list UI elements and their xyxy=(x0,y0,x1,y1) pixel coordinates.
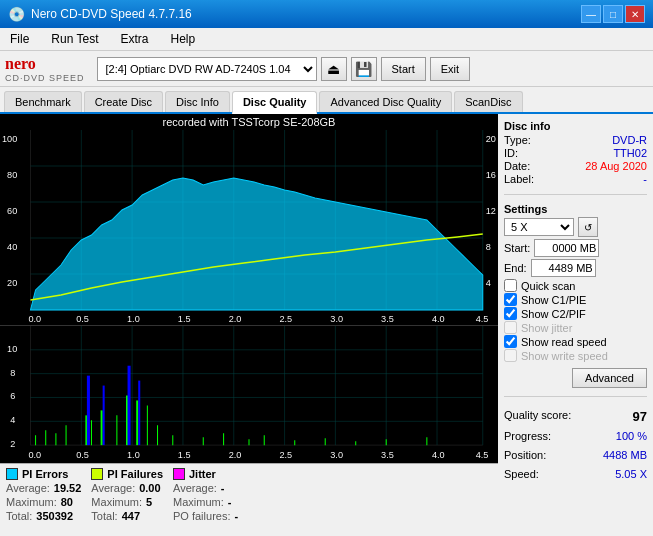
chart-title: recorded with TSSTcorp SE-208GB xyxy=(0,114,498,130)
quality-score-row: Quality score: 97 xyxy=(504,409,647,424)
app-title: Nero CD-DVD Speed 4.7.7.16 xyxy=(31,7,192,21)
eject-icon-btn[interactable]: ⏏ xyxy=(321,57,347,81)
position-row: Position: 4488 MB xyxy=(504,449,647,461)
svg-text:6: 6 xyxy=(10,392,15,402)
svg-text:4: 4 xyxy=(10,415,15,425)
svg-text:1.5: 1.5 xyxy=(178,450,191,460)
svg-text:3.0: 3.0 xyxy=(330,314,343,324)
title-bar: 💿 Nero CD-DVD Speed 4.7.7.16 — □ ✕ xyxy=(0,0,653,28)
menu-run-test[interactable]: Run Test xyxy=(45,30,104,48)
disc-date-row: Date: 28 Aug 2020 xyxy=(504,160,647,172)
svg-text:3.5: 3.5 xyxy=(381,314,394,324)
show-write-speed-row: Show write speed xyxy=(504,349,647,362)
tab-advanced-disc-quality[interactable]: Advanced Disc Quality xyxy=(319,91,452,112)
quick-scan-checkbox[interactable] xyxy=(504,279,517,292)
save-icon-btn[interactable]: 💾 xyxy=(351,57,377,81)
stats-bar: PI Errors Average: 19.52 Maximum: 80 Tot… xyxy=(0,463,498,526)
tab-disc-info[interactable]: Disc Info xyxy=(165,91,230,112)
disc-info-section: Disc info Type: DVD-R ID: TTH02 Date: 28… xyxy=(504,120,647,186)
speed-row: 5 X ↺ xyxy=(504,217,647,237)
tab-bar: Benchmark Create Disc Disc Info Disc Qua… xyxy=(0,87,653,114)
svg-text:1.0: 1.0 xyxy=(127,450,140,460)
svg-text:4: 4 xyxy=(486,278,491,288)
pi-errors-color xyxy=(6,468,18,480)
divider-1 xyxy=(504,194,647,195)
show-c2-pif-checkbox[interactable] xyxy=(504,307,517,320)
drive-select[interactable]: [2:4] Optiarc DVD RW AD-7240S 1.04 xyxy=(97,57,317,81)
pi-failures-total: Total: 447 xyxy=(91,510,163,522)
svg-text:8: 8 xyxy=(10,368,15,378)
svg-text:0.5: 0.5 xyxy=(76,314,89,324)
nero-logo: nero xyxy=(5,55,36,73)
refresh-icon-btn[interactable]: ↺ xyxy=(578,217,598,237)
svg-text:3.0: 3.0 xyxy=(330,450,343,460)
exit-button[interactable]: Exit xyxy=(430,57,470,81)
disc-label-row: Label: - xyxy=(504,173,647,185)
svg-text:2.5: 2.5 xyxy=(279,450,292,460)
divider-2 xyxy=(504,396,647,397)
svg-text:40: 40 xyxy=(7,242,17,252)
svg-text:20: 20 xyxy=(7,278,17,288)
svg-text:0.0: 0.0 xyxy=(28,314,41,324)
title-bar-left: 💿 Nero CD-DVD Speed 4.7.7.16 xyxy=(8,6,192,22)
svg-text:2: 2 xyxy=(10,439,15,449)
svg-text:4.5: 4.5 xyxy=(476,314,489,324)
advanced-button[interactable]: Advanced xyxy=(572,368,647,388)
pi-failures-color xyxy=(91,468,103,480)
svg-text:1.5: 1.5 xyxy=(178,314,191,324)
end-input[interactable] xyxy=(531,259,596,277)
progress-row: Progress: 100 % xyxy=(504,430,647,442)
upper-chart-svg: 100 80 60 40 20 20 16 12 8 4 0.0 0.5 1.0… xyxy=(0,130,498,325)
start-button[interactable]: Start xyxy=(381,57,426,81)
toolbar: nero CD·DVD SPEED [2:4] Optiarc DVD RW A… xyxy=(0,51,653,87)
start-input[interactable] xyxy=(534,239,599,257)
show-c1-pie-checkbox[interactable] xyxy=(504,293,517,306)
upper-chart: 100 80 60 40 20 20 16 12 8 4 0.0 0.5 1.0… xyxy=(0,130,498,325)
pi-failures-avg: Average: 0.00 xyxy=(91,482,163,494)
show-c1-pie-row: Show C1/PIE xyxy=(504,293,647,306)
svg-text:0.0: 0.0 xyxy=(28,450,41,460)
show-jitter-row: Show jitter xyxy=(504,321,647,334)
show-read-speed-row: Show read speed xyxy=(504,335,647,348)
title-bar-controls: — □ ✕ xyxy=(581,5,645,23)
lower-chart: 10 8 6 4 2 0.0 0.5 1.0 1.5 2.0 2.5 3.0 3… xyxy=(0,325,498,463)
pi-errors-group: PI Errors Average: 19.52 Maximum: 80 Tot… xyxy=(6,468,81,522)
tab-disc-quality[interactable]: Disc Quality xyxy=(232,91,318,114)
tab-scan-disc[interactable]: ScanDisc xyxy=(454,91,522,112)
tab-create-disc[interactable]: Create Disc xyxy=(84,91,163,112)
tab-benchmark[interactable]: Benchmark xyxy=(4,91,82,112)
jitter-avg: Average: - xyxy=(173,482,238,494)
pi-failures-label: PI Failures xyxy=(91,468,163,480)
svg-text:1.0: 1.0 xyxy=(127,314,140,324)
svg-text:3.5: 3.5 xyxy=(381,450,394,460)
speed-select[interactable]: 5 X xyxy=(504,218,574,236)
disc-id-row: ID: TTH02 xyxy=(504,147,647,159)
right-panel: Disc info Type: DVD-R ID: TTH02 Date: 28… xyxy=(498,114,653,536)
svg-text:60: 60 xyxy=(7,206,17,216)
close-button[interactable]: ✕ xyxy=(625,5,645,23)
pi-errors-total: Total: 350392 xyxy=(6,510,81,522)
svg-text:16: 16 xyxy=(486,170,496,180)
svg-text:8: 8 xyxy=(486,242,491,252)
disc-type-row: Type: DVD-R xyxy=(504,134,647,146)
jitter-label: Jitter xyxy=(173,468,238,480)
main-content: recorded with TSSTcorp SE-208GB xyxy=(0,114,653,536)
pi-failures-group: PI Failures Average: 0.00 Maximum: 5 Tot… xyxy=(91,468,163,522)
show-read-speed-checkbox[interactable] xyxy=(504,335,517,348)
menu-file[interactable]: File xyxy=(4,30,35,48)
app-icon: 💿 xyxy=(8,6,25,22)
menu-help[interactable]: Help xyxy=(165,30,202,48)
end-row: End: xyxy=(504,259,647,277)
svg-text:10: 10 xyxy=(7,344,17,354)
menu-extra[interactable]: Extra xyxy=(114,30,154,48)
maximize-button[interactable]: □ xyxy=(603,5,623,23)
svg-text:4.5: 4.5 xyxy=(476,450,489,460)
minimize-button[interactable]: — xyxy=(581,5,601,23)
settings-title: Settings xyxy=(504,203,647,215)
jitter-color xyxy=(173,468,185,480)
logo-area: nero CD·DVD SPEED xyxy=(5,55,85,83)
show-jitter-checkbox xyxy=(504,321,517,334)
svg-text:4.0: 4.0 xyxy=(432,314,445,324)
pi-errors-max: Maximum: 80 xyxy=(6,496,81,508)
svg-text:12: 12 xyxy=(486,206,496,216)
